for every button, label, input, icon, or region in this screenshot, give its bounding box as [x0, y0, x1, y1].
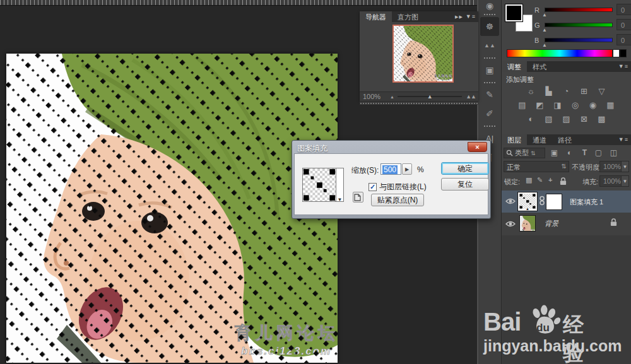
snap-to-origin-button[interactable]: 贴紧原点(N): [371, 194, 424, 206]
tab-histogram[interactable]: 直方图: [392, 11, 424, 22]
spectrum-white-swatch[interactable]: [613, 49, 620, 57]
dock-drag-handle[interactable]: [483, 125, 496, 127]
pattern-fill-dialog: 图案填充 × ▼ 缩放(S): 500 ▶ % 确定 复位 ✓ 与图层链接(L)…: [292, 140, 491, 219]
panel-menu-icon[interactable]: ▼≡: [466, 11, 478, 22]
background-layer-thumbnail[interactable]: [519, 215, 536, 232]
collapse-panel-icon[interactable]: ▶▶: [455, 11, 466, 22]
pattern-picker-dropdown-icon[interactable]: ▼: [336, 168, 344, 202]
navigator-panel: 导航器 直方图 ▶▶ ▼≡ 100% ▲ ▲ ▲▲: [360, 11, 478, 101]
red-value-field[interactable]: 0: [616, 4, 631, 15]
blend-mode-dropdown[interactable]: 正常 ⇅: [504, 161, 569, 172]
dialog-title[interactable]: 图案填充: [294, 143, 488, 153]
filter-type-layers-icon[interactable]: T: [580, 148, 589, 157]
adjustment-vibrance-icon[interactable]: ▽: [595, 86, 609, 97]
tab-layers[interactable]: 图层: [502, 134, 527, 145]
adjustment-curves-icon[interactable]: ◔: [560, 86, 574, 97]
brush-presets-icon[interactable]: ✎: [478, 85, 501, 104]
foreground-color-swatch[interactable]: [505, 4, 522, 21]
red-slider[interactable]: [545, 8, 613, 12]
layer-name[interactable]: 图案填充 1: [570, 197, 603, 207]
spectrum-black-swatch[interactable]: [620, 49, 627, 57]
layer-row-pattern-fill[interactable]: ▲ 图案填充 1: [502, 191, 631, 213]
panel-menu-icon[interactable]: ▼≡: [618, 134, 631, 145]
link-with-layer-checkbox[interactable]: ✓: [369, 183, 377, 191]
green-value-field[interactable]: 0: [616, 19, 631, 30]
blue-slider-thumb[interactable]: ▲: [542, 42, 547, 48]
adjustment-channel-mixer-icon[interactable]: ◉: [586, 100, 600, 111]
opacity-dropdown-icon[interactable]: ▼: [621, 161, 629, 172]
tab-navigator[interactable]: 导航器: [360, 11, 392, 22]
blue-slider[interactable]: [545, 38, 613, 42]
adjustment-invert-icon[interactable]: ◐: [524, 114, 538, 125]
pattern-fill-layer-thumbnail[interactable]: ▲: [518, 192, 537, 211]
adjustment-posterize-icon[interactable]: ▧: [542, 114, 556, 125]
layer-visibility-eye-icon[interactable]: [505, 220, 516, 228]
scale-input-field[interactable]: 500: [380, 163, 401, 175]
tab-channels[interactable]: 通道: [527, 134, 552, 145]
filter-shape-layers-icon[interactable]: ▢: [594, 148, 603, 157]
horizontal-ruler[interactable]: [0, 0, 478, 6]
layer-filter-type-dropdown[interactable]: 类型 ⇅: [504, 148, 545, 158]
dock-drag-handle[interactable]: [483, 13, 496, 16]
baidu-jingyan-watermark: Bai du 经验 jingyan.baidu.com: [481, 307, 630, 360]
filter-adjustment-layers-icon[interactable]: ◐: [565, 148, 574, 157]
adjustment-brightness-contrast-icon[interactable]: ☼: [524, 86, 538, 97]
adjustment-hue-saturation-icon[interactable]: ▤: [516, 100, 529, 111]
adjustment-gradient-map-icon[interactable]: ⊠: [577, 114, 591, 125]
zoom-slider-thumb[interactable]: ▲: [427, 93, 433, 100]
blue-value-field[interactable]: 0: [616, 34, 631, 45]
dialog-close-button[interactable]: ×: [468, 142, 487, 152]
adjustment-selective-color-icon[interactable]: ▩: [595, 114, 609, 125]
dock-drag-handle[interactable]: [483, 57, 496, 59]
info-panel-icon[interactable]: ▣: [478, 61, 501, 79]
zoom-in-icon[interactable]: ▲▲: [466, 93, 476, 100]
tab-adjustments[interactable]: 调整: [502, 61, 527, 72]
mask-link-icon[interactable]: [540, 196, 545, 206]
green-slider[interactable]: [545, 23, 613, 27]
tab-styles[interactable]: 样式: [527, 61, 552, 72]
histogram-icon[interactable]: ▲▲: [478, 36, 501, 55]
adjustment-threshold-icon[interactable]: ▨: [560, 114, 574, 125]
adjustment-photo-filter-icon[interactable]: ◎: [569, 100, 582, 111]
navigator-zoom-slider[interactable]: ▲: [396, 93, 463, 100]
red-slider-thumb[interactable]: ▲: [542, 12, 547, 18]
scale-slider-arrow-button[interactable]: ▶: [402, 163, 412, 175]
fill-dropdown-icon[interactable]: ▼: [621, 175, 629, 187]
navigator-proxy-view[interactable]: [392, 25, 454, 83]
ok-button[interactable]: 确定: [441, 162, 489, 175]
lock-transparency-icon[interactable]: ▩: [526, 176, 532, 184]
reset-button[interactable]: 复位: [441, 178, 489, 191]
navigator-zoom-field[interactable]: 100%: [360, 93, 387, 100]
panel-resize-handle[interactable]: [360, 101, 478, 105]
tool-presets-icon[interactable]: ✐: [478, 104, 501, 123]
zoom-out-icon[interactable]: ▲: [390, 95, 394, 99]
pattern-preview-thumbnail[interactable]: [302, 168, 336, 202]
clone-source-icon[interactable]: ◉: [478, 0, 501, 11]
adjustment-color-lookup-icon[interactable]: ▦: [604, 100, 618, 111]
green-slider-thumb[interactable]: ▲: [542, 27, 547, 33]
adjustment-exposure-icon[interactable]: ⊞: [577, 86, 591, 97]
color-spectrum-ramp[interactable]: [507, 49, 613, 57]
document-canvas[interactable]: [6, 54, 338, 363]
lock-all-icon[interactable]: [560, 177, 567, 185]
navigator-wheel-icon[interactable]: ☸: [480, 17, 499, 36]
adjustment-levels-icon[interactable]: ▙: [542, 86, 556, 97]
new-pattern-preset-icon[interactable]: [353, 192, 363, 203]
adjustment-color-balance-icon[interactable]: ◩: [533, 100, 547, 111]
panel-menu-icon[interactable]: ▼≡: [618, 61, 631, 72]
filter-pixel-layers-icon[interactable]: ▣: [550, 148, 559, 157]
layer-name[interactable]: 背景: [545, 219, 558, 228]
tab-paths[interactable]: 路径: [552, 134, 577, 145]
lock-move-icon[interactable]: +: [548, 176, 552, 184]
filter-smart-objects-icon[interactable]: ◫: [609, 148, 618, 157]
color-swatches: [505, 4, 534, 33]
adjustment-black-white-icon[interactable]: ◨: [551, 100, 565, 111]
dialog-body: ▼ 缩放(S): 500 ▶ % 确定 复位 ✓ 与图层链接(L) 贴紧原点(N…: [294, 153, 488, 215]
blue-channel-label: B: [534, 37, 539, 44]
layer-visibility-eye-icon[interactable]: [505, 197, 516, 205]
layer-mask-thumbnail[interactable]: [546, 194, 562, 210]
link-with-layer-checkbox-row: ✓ 与图层链接(L): [369, 182, 427, 192]
layer-row-background[interactable]: 背景: [502, 213, 631, 235]
lock-paint-icon[interactable]: ✎: [537, 176, 543, 184]
dock-drag-handle[interactable]: [483, 81, 496, 84]
